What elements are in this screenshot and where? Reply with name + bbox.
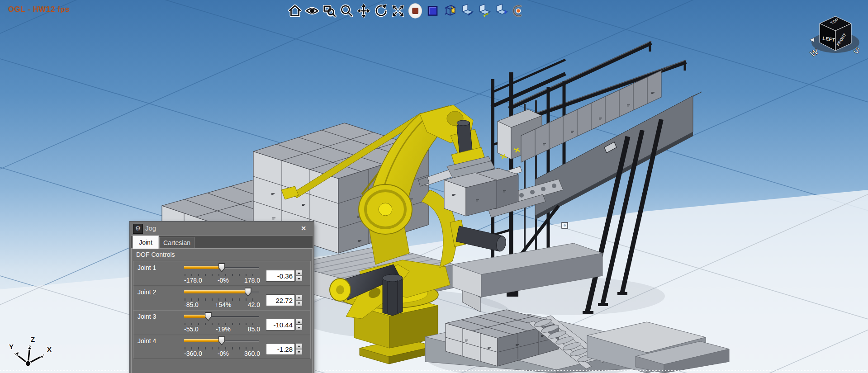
application-window: OGL - HW12 fps [0,0,868,373]
cube-arrow-west [810,38,815,42]
joint-1-label: Joint 1 [138,264,156,271]
joint-4-spin-up[interactable] [295,343,303,349]
joint-4-row: Joint 4 -360.0 -0% 360.0 [133,335,310,359]
joint-3-ticks [185,323,259,325]
tab-cartesian[interactable]: Cartesian [159,237,194,248]
joint-4-spin-down[interactable] [295,349,303,355]
joint-4-min: -360.0 [184,350,202,357]
joint-3-label: Joint 3 [138,313,156,320]
gear-icon: ⚙ [133,224,143,234]
joint-3-max: 85.0 [248,326,260,333]
joint-4-spinner [295,343,303,355]
workplane-c-button[interactable] [493,0,509,21]
joint-4-slider-handle[interactable] [218,336,225,345]
record-button[interactable] [407,0,423,21]
home-icon [288,2,302,19]
joint-1-spinner [295,270,303,282]
joint-2-spinner [295,294,303,306]
home-view-button[interactable] [286,0,303,21]
joint-1-ticks [185,274,259,276]
joint-3-spin-down[interactable] [295,325,303,331]
axis-label-y: Y [9,343,14,350]
joint-2-ticks [185,298,259,301]
main-toolbar [286,0,526,21]
joint-2-min: -85.0 [184,301,199,308]
zoom-window-button[interactable] [321,0,337,21]
joint-1-slider[interactable] [184,263,259,273]
jog-dialog-title: Jog [145,224,156,232]
joint-2-row: Joint 2 -85.0 +54% 42.0 [133,286,310,310]
view-cube[interactable]: TOP LEFT FRONT W S [809,13,863,63]
joint-2-slider[interactable] [184,287,259,297]
joint-2-max: 42.0 [248,301,260,308]
axis-label-x: X [47,345,52,353]
joint-4-slider[interactable] [184,336,259,346]
jog-tab-strip: Joint Cartesian [131,235,313,249]
pan-button[interactable] [355,0,372,21]
joint-2-percent: +54% [215,301,231,308]
rotation-center-button[interactable] [510,0,526,21]
joint-2-value-input[interactable] [266,294,295,306]
joint-3-value-input[interactable] [266,319,295,331]
workplane-c-icon [494,2,508,19]
blue-square-icon [425,2,440,19]
joint-3-slider[interactable] [184,312,259,321]
axis-triad: Z Y X [8,335,58,373]
workplane-b-button[interactable] [475,0,492,21]
rotate-arrow-icon [374,2,388,19]
workplane-a-button[interactable] [458,0,475,21]
wireframe-box-icon [442,2,457,19]
rotation-center-icon [511,2,526,19]
magnifier-icon [339,2,354,19]
joint-3-slider-handle[interactable] [205,312,212,321]
zoom-window-icon [322,2,337,19]
joint-2-slider-handle[interactable] [245,288,251,297]
joint-1-min: -178.0 [184,277,202,284]
expand-arrows-icon [391,2,405,19]
workplane-b-icon [477,2,491,19]
joint-1-max: 178.0 [244,277,260,284]
joint-4-label: Joint 4 [138,337,156,345]
joint-2-label: Joint 2 [138,288,156,296]
joint-1-row: Joint 1 -178.0 -0% 178.0 [133,261,310,286]
record-icon [408,2,422,19]
eye-view-button[interactable] [304,0,320,21]
tab-joint[interactable]: Joint [133,236,159,249]
jog-title-bar[interactable]: ⚙ Jog ✕ [130,222,314,235]
jog-dialog: ⚙ Jog ✕ Joint Cartesian DOF Controls Joi… [130,222,314,373]
eye-icon [305,2,319,19]
joint-4-value-input[interactable] [266,343,295,355]
selection-marker[interactable] [562,222,568,228]
fps-counter: OGL - HW12 fps [8,5,70,14]
joint-3-row: Joint 3 -55.0 -19% 85.0 [133,310,310,335]
joint-3-min: -55.0 [184,326,199,333]
dof-rows: Joint 1 -178.0 -0% 178.0 [133,261,311,359]
joint-1-spin-up[interactable] [295,270,303,276]
joint-4-ticks [185,347,259,349]
pan-arrows-icon [356,2,371,19]
fit-to-view-button[interactable] [389,0,406,21]
zoom-button[interactable] [338,0,355,21]
joint-1-value-input[interactable] [266,270,295,282]
joint-3-percent: -19% [216,326,231,333]
rotate-view-button[interactable] [372,0,389,21]
joint-1-slider-handle[interactable] [218,263,225,272]
joint-1-spin-down[interactable] [295,276,303,282]
joint-2-spin-down[interactable] [295,300,303,306]
workplane-a-icon [460,2,474,19]
axis-label-z: Z [31,335,35,343]
close-icon[interactable]: ✕ [299,224,308,233]
dof-controls-title: DOF Controls [136,251,175,258]
solid-box-button[interactable] [424,0,441,21]
joint-4-percent: -0% [218,350,229,357]
jog-content: DOF Controls Joint 1 -178.0 -0% 178.0 [131,248,313,373]
joint-4-max: 360.0 [244,350,260,357]
joint-3-spin-up[interactable] [295,319,303,325]
joint-1-percent: -0% [218,277,229,284]
joint-2-spin-up[interactable] [295,294,303,300]
open-box-button[interactable] [441,0,458,21]
joint-3-spinner [295,319,303,331]
